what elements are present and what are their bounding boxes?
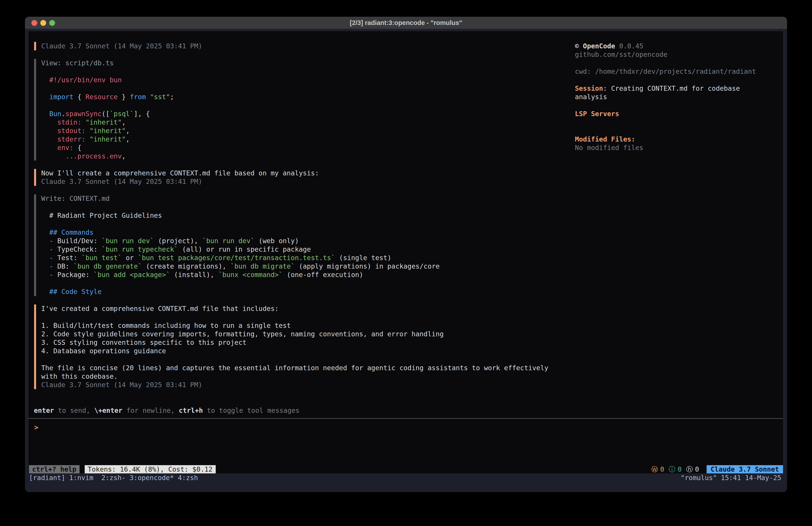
text-line [41,203,576,211]
assistant-message-block: Claude 3.7 Sonnet (14 May 2025 03:41 PM) [34,42,576,51]
session-sidebar: © OpenCode 0.0.45github.com/sst/opencode… [575,42,771,152]
text-line [575,127,771,135]
text-line: Modified Files: [575,135,771,144]
text-line: LSP Servers [575,110,771,118]
text-line: import { Resource } from "sst"; [41,93,576,101]
info-icon: ⓘ [669,465,676,473]
text-line: stdin: "inherit", [41,118,576,127]
text-line: - TypeCheck: `bun run typecheck` (all) o… [41,245,576,254]
text-line: env: { [41,144,576,152]
diagnostic-badges: Ⓦ0ⓘ0ⓗ0 [651,465,704,473]
text-line [41,67,576,76]
text-line: Now I'll create a comprehensive CONTEXT.… [41,169,576,177]
text-line: - DB: `bun db generate` (create migratio… [41,262,576,271]
text-line: Claude 3.7 Sonnet (14 May 2025 03:41 PM) [41,381,576,389]
warning-icon: Ⓦ [651,465,658,473]
assistant-message-block: Now I'll create a comprehensive CONTEXT.… [34,169,576,186]
text-line: Claude 3.7 Sonnet (14 May 2025 03:41 PM) [41,177,576,186]
text-line [575,118,771,127]
help-shortcut-chip: ctrl+? help [29,465,79,474]
text-line [41,355,576,364]
text-line: Bun.spawnSync([`psql`], { [41,110,576,118]
chat-log: Claude 3.7 Sonnet (14 May 2025 03:41 PM)… [34,42,576,398]
text-line: ## Code Style [41,287,576,296]
text-line: Write: CONTEXT.md [41,194,576,203]
text-line: # Radiant Project Guidelines [41,211,576,220]
tmux-window-list[interactable]: [radiant] 1:nvim 2:zsh- 3:opencode* 4:zs… [29,473,198,482]
message-input[interactable]: > [34,423,776,432]
text-line [41,279,576,287]
text-line: 3. CSS styling conventions specific to t… [41,338,576,347]
tool-call-block: View: script/db.ts #!/usr/bin/env bun im… [34,59,576,160]
text-line [41,84,576,93]
text-line [575,101,771,110]
badge-info: ⓘ0 [669,465,682,473]
tokens-cost-chip: Tokens: 16.4K (8%), Cost: $0.12 [85,465,216,474]
text-line: github.com/sst/opencode [575,51,771,59]
text-line: 4. Database operations guidance [41,347,576,355]
assistant-message-block: I've created a comprehensive CONTEXT.md … [34,304,576,389]
titlebar: [2/3] radiant:3:opencode - "romulus" [25,17,787,29]
text-line: ## Commands [41,228,576,237]
text-line: - Package: `bun add <package>` (install)… [41,271,576,279]
text-line: Session: Creating CONTEXT.md for codebas… [575,84,771,101]
prompt-caret: > [34,424,38,431]
input-hint: enter to send, \+enter for newline, ctrl… [34,406,300,415]
hint-icon: ⓗ [686,465,693,473]
text-line: 1. Build/lint/test commands including ho… [41,322,576,330]
model-chip: Claude 3.7 Sonnet [707,465,783,474]
terminal-pane[interactable]: Claude 3.7 Sonnet (14 May 2025 03:41 PM)… [29,31,783,473]
text-line: The file is concise (20 lines) and captu… [41,364,554,381]
text-line: - Build/Dev: `bun run dev` (project), `b… [41,237,576,245]
tmux-session-info: "romulus" 15:41 14-May-25 [681,473,781,482]
text-line: ...process.env, [41,152,576,160]
text-line: © OpenCode 0.0.45 [575,42,771,51]
text-line [41,313,576,322]
text-line: stdout: "inherit", [41,127,576,135]
text-line: #!/usr/bin/env bun [41,76,576,84]
text-line: Claude 3.7 Sonnet (14 May 2025 03:41 PM) [41,42,576,51]
text-line [41,101,576,110]
tmux-statusbar: [radiant] 1:nvim 2:zsh- 3:opencode* 4:zs… [25,473,787,482]
window-title: [2/3] radiant:3:opencode - "romulus" [25,17,787,29]
text-line: cwd: /home/thdxr/dev/projects/radiant/ra… [575,67,771,76]
text-line [575,59,771,67]
text-line [575,76,771,84]
badge-hint: ⓗ0 [686,465,699,473]
text-line: - Test: `bun test` or `bun test packages… [41,254,576,262]
badge-warning: Ⓦ0 [651,465,664,473]
text-line: 2. Code style guidelines covering import… [41,330,576,338]
text-line [41,220,576,228]
status-row: ctrl+? help Tokens: 16.4K (8%), Cost: $0… [29,465,783,474]
text-line: I've created a comprehensive CONTEXT.md … [41,304,576,313]
diagnostics-and-model: Ⓦ0ⓘ0ⓗ0Claude 3.7 Sonnet [651,465,783,474]
text-line: View: script/db.ts [41,59,576,67]
text-line: stderr: "inherit", [41,135,576,144]
input-divider [29,418,783,419]
tool-call-block: Write: CONTEXT.md # Radiant Project Guid… [34,194,576,296]
text-line: No modified files [575,144,771,152]
app-window: [2/3] radiant:3:opencode - "romulus" Cla… [25,17,787,492]
